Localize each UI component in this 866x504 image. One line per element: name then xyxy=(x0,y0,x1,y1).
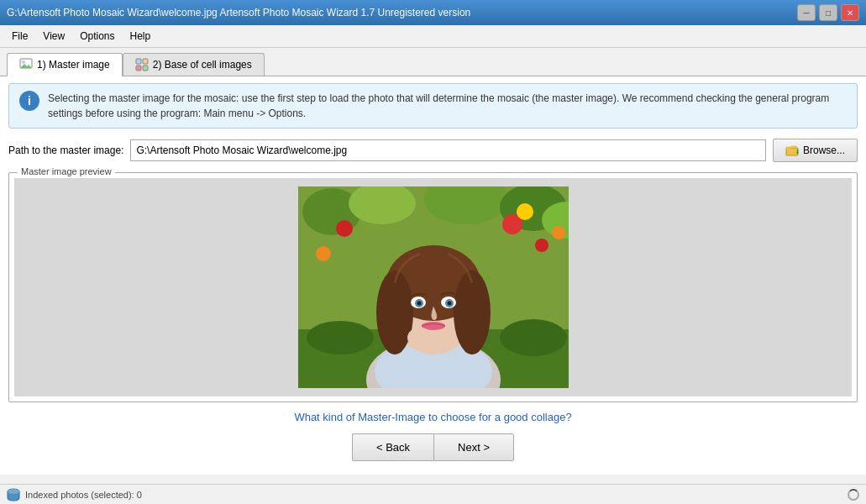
svg-point-16 xyxy=(336,220,353,237)
tab-master-image-label: 1) Master image xyxy=(37,59,110,71)
path-row: Path to the master image: Browse... xyxy=(8,139,858,162)
info-icon: i xyxy=(19,91,39,111)
svg-point-37 xyxy=(417,302,421,306)
cell-images-icon xyxy=(135,58,149,71)
menubar: File View Options Help xyxy=(0,25,866,48)
svg-rect-6 xyxy=(143,66,148,71)
minimize-button[interactable]: ─ xyxy=(797,4,816,21)
svg-point-25 xyxy=(500,319,567,356)
path-input[interactable] xyxy=(130,139,766,161)
path-label: Path to the master image: xyxy=(8,144,123,156)
browse-button[interactable]: Browse... xyxy=(773,139,858,162)
tab-master-image[interactable]: 1) Master image xyxy=(7,53,123,76)
preview-legend: Master image preview xyxy=(18,166,115,176)
back-button[interactable]: < Back xyxy=(352,433,433,461)
tab-bar: 1) Master image 2) Base of cell images xyxy=(0,48,866,76)
tab-cell-images[interactable]: 2) Base of cell images xyxy=(123,53,265,76)
svg-point-19 xyxy=(316,246,331,261)
navigation-buttons: < Back Next > xyxy=(8,433,858,461)
svg-point-23 xyxy=(307,321,374,354)
status-left: Indexed photos (selected): 0 xyxy=(7,488,142,501)
spinner-icon xyxy=(848,489,859,501)
preview-image xyxy=(298,186,569,388)
info-text: Selecting the master image for the mosai… xyxy=(48,91,847,121)
svg-rect-4 xyxy=(143,59,148,64)
svg-rect-3 xyxy=(136,59,141,64)
svg-point-38 xyxy=(447,302,451,306)
info-box: i Selecting the master image for the mos… xyxy=(8,83,858,129)
tab-cell-images-label: 2) Base of cell images xyxy=(153,59,252,71)
collage-link-anchor[interactable]: What kind of Master-Image to choose for … xyxy=(294,411,571,423)
window-title: G:\Artensoft Photo Mosaic Wizard\welcome… xyxy=(7,7,470,18)
folder-icon xyxy=(785,144,799,157)
main-content: i Selecting the master image for the mos… xyxy=(0,76,866,475)
status-text: Indexed photos (selected): 0 xyxy=(25,490,142,500)
svg-point-42 xyxy=(8,489,19,494)
svg-point-40 xyxy=(407,328,433,348)
svg-point-21 xyxy=(552,226,565,239)
svg-point-20 xyxy=(517,203,533,220)
preview-group: Master image preview xyxy=(8,172,858,402)
next-button[interactable]: Next > xyxy=(433,433,514,461)
svg-point-1 xyxy=(22,60,25,64)
window-controls: ─ □ ✕ xyxy=(797,4,859,21)
titlebar: G:\Artensoft Photo Mosaic Wizard\welcome… xyxy=(0,0,866,25)
svg-rect-7 xyxy=(786,148,798,155)
preview-area xyxy=(14,178,852,396)
menu-view[interactable]: View xyxy=(36,28,71,45)
menu-help[interactable]: Help xyxy=(123,28,158,45)
close-button[interactable]: ✕ xyxy=(841,4,859,21)
menu-file[interactable]: File xyxy=(5,28,34,45)
collage-link: What kind of Master-Image to choose for … xyxy=(8,411,858,423)
svg-point-18 xyxy=(535,239,548,252)
master-image-icon xyxy=(19,58,33,71)
menu-options[interactable]: Options xyxy=(73,28,121,45)
database-icon xyxy=(7,488,20,501)
status-right xyxy=(848,489,859,501)
maximize-button[interactable]: □ xyxy=(819,4,837,21)
svg-rect-5 xyxy=(136,66,141,71)
statusbar: Indexed photos (selected): 0 xyxy=(0,484,866,504)
